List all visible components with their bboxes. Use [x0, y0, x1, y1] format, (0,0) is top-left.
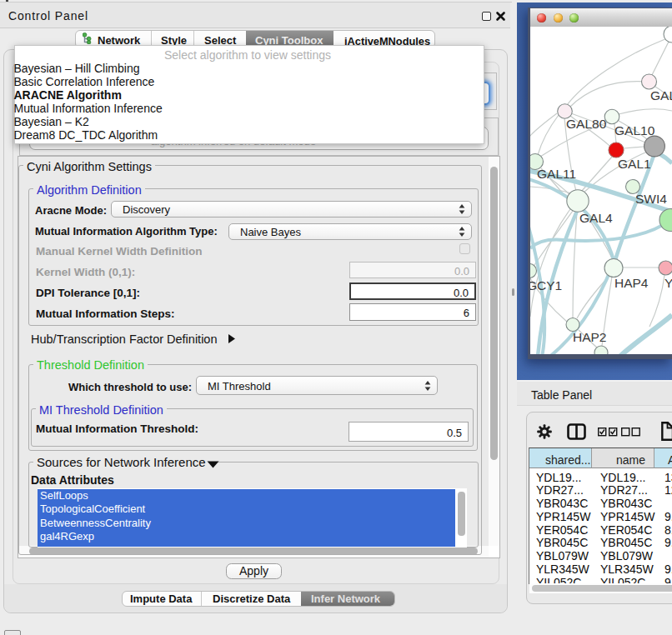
svg-text:GAL10: GAL10	[614, 123, 655, 138]
svg-text:GAL1: GAL1	[618, 157, 651, 171]
svg-text:GAL11: GAL11	[537, 167, 576, 181]
svg-text:SWI4: SWI4	[635, 192, 667, 206]
svg-text:YB: YB	[664, 276, 672, 290]
svg-text:GCY1: GCY1	[530, 278, 562, 292]
svg-text:GAL7: GAL7	[650, 88, 672, 102]
svg-text:GAL4: GAL4	[579, 211, 613, 225]
svg-text:HAP2: HAP2	[573, 330, 607, 344]
svg-text:HAP4: HAP4	[614, 276, 649, 290]
svg-text:GAL80: GAL80	[566, 117, 607, 131]
